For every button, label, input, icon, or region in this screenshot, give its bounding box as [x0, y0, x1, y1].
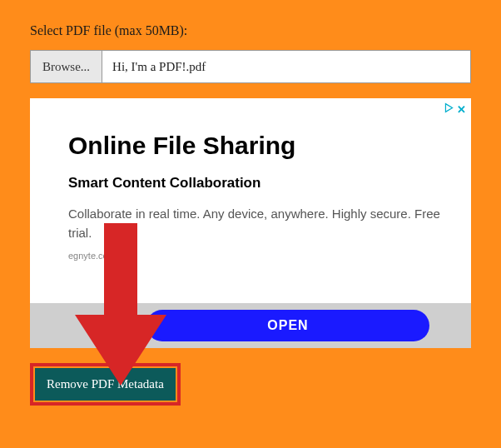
ad-body: Collaborate in real time. Any device, an… [68, 205, 449, 242]
ad-subtitle: Smart Content Collaboration [68, 175, 449, 192]
filename-display[interactable]: Hi, I'm a PDF!.pdf [102, 50, 471, 83]
ad-container: ✕ Online File Sharing Smart Content Coll… [30, 98, 471, 348]
adchoices-icon[interactable] [444, 102, 454, 117]
ad-source: egnyte.com [68, 251, 449, 261]
ad-title: Online File Sharing [68, 132, 449, 160]
ad-footer: OPEN [30, 303, 471, 348]
open-button[interactable]: OPEN [146, 310, 429, 341]
ad-controls: ✕ [444, 102, 466, 117]
remove-button-highlight: Remove PDF Metadata [30, 363, 181, 406]
ad-content[interactable]: Online File Sharing Smart Content Collab… [30, 98, 471, 261]
browse-button[interactable]: Browse... [30, 50, 102, 83]
close-icon[interactable]: ✕ [457, 104, 466, 115]
file-label: Select PDF file (max 50MB): [30, 23, 471, 38]
file-picker: Browse... Hi, I'm a PDF!.pdf [30, 50, 471, 83]
remove-metadata-button[interactable]: Remove PDF Metadata [35, 368, 176, 401]
ad-body-line1: Collaborate in real time. Any device, an… [68, 207, 411, 221]
